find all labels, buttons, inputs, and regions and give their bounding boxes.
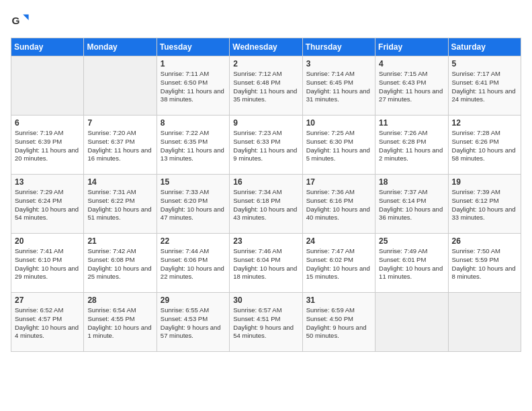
calendar-cell: 3Sunrise: 7:14 AM Sunset: 6:45 PM Daylig… (302, 56, 375, 116)
day-info: Sunrise: 7:12 AM Sunset: 6:48 PM Dayligh… (233, 70, 298, 104)
calendar-cell: 6Sunrise: 7:19 AM Sunset: 6:39 PM Daylig… (11, 116, 84, 175)
day-info: Sunrise: 7:20 AM Sunset: 6:37 PM Dayligh… (87, 129, 152, 163)
calendar-cell: 18Sunrise: 7:37 AM Sunset: 6:14 PM Dayli… (375, 175, 448, 234)
calendar-cell: 5Sunrise: 7:17 AM Sunset: 6:41 PM Daylig… (448, 56, 521, 116)
day-number: 5 (452, 59, 517, 68)
day-number: 27 (15, 295, 80, 305)
day-info: Sunrise: 7:34 AM Sunset: 6:18 PM Dayligh… (233, 188, 298, 222)
day-number: 13 (15, 177, 80, 187)
day-number: 28 (87, 295, 152, 305)
day-info: Sunrise: 7:47 AM Sunset: 6:02 PM Dayligh… (306, 247, 371, 281)
logo: G (11, 11, 32, 30)
calendar-header-friday: Friday (375, 38, 448, 56)
day-number: 3 (306, 59, 371, 68)
calendar-cell: 14Sunrise: 7:31 AM Sunset: 6:22 PM Dayli… (84, 175, 157, 234)
calendar-cell: 16Sunrise: 7:34 AM Sunset: 6:18 PM Dayli… (230, 175, 302, 234)
calendar-cell: 19Sunrise: 7:39 AM Sunset: 6:12 PM Dayli… (448, 175, 521, 234)
calendar-cell: 8Sunrise: 7:22 AM Sunset: 6:35 PM Daylig… (157, 116, 229, 175)
calendar-cell: 31Sunrise: 6:59 AM Sunset: 4:50 PM Dayli… (302, 293, 375, 352)
calendar-cell: 7Sunrise: 7:20 AM Sunset: 6:37 PM Daylig… (84, 116, 157, 175)
day-info: Sunrise: 7:28 AM Sunset: 6:26 PM Dayligh… (452, 129, 517, 163)
day-number: 8 (161, 118, 226, 128)
day-info: Sunrise: 6:59 AM Sunset: 4:50 PM Dayligh… (306, 306, 371, 340)
day-info: Sunrise: 7:36 AM Sunset: 6:16 PM Dayligh… (306, 188, 371, 222)
calendar-cell: 27Sunrise: 6:52 AM Sunset: 4:57 PM Dayli… (11, 293, 84, 352)
day-info: Sunrise: 7:49 AM Sunset: 6:01 PM Dayligh… (379, 247, 444, 281)
day-info: Sunrise: 6:54 AM Sunset: 4:55 PM Dayligh… (87, 306, 152, 340)
day-info: Sunrise: 6:52 AM Sunset: 4:57 PM Dayligh… (15, 306, 80, 340)
calendar-cell: 15Sunrise: 7:33 AM Sunset: 6:20 PM Dayli… (157, 175, 229, 234)
calendar-cell: 10Sunrise: 7:25 AM Sunset: 6:30 PM Dayli… (302, 116, 375, 175)
calendar-header-thursday: Thursday (302, 38, 375, 56)
calendar-cell: 28Sunrise: 6:54 AM Sunset: 4:55 PM Dayli… (84, 293, 157, 352)
logo-icon: G (11, 11, 30, 30)
svg-text:G: G (11, 15, 19, 26)
day-number: 26 (452, 236, 517, 246)
calendar-cell (448, 293, 521, 352)
calendar-cell: 20Sunrise: 7:41 AM Sunset: 6:10 PM Dayli… (11, 234, 84, 293)
day-number: 2 (233, 59, 298, 68)
day-number: 12 (452, 118, 517, 128)
calendar-cell (375, 293, 448, 352)
calendar-header-wednesday: Wednesday (230, 38, 302, 56)
day-info: Sunrise: 7:37 AM Sunset: 6:14 PM Dayligh… (379, 188, 444, 222)
day-info: Sunrise: 7:11 AM Sunset: 6:50 PM Dayligh… (161, 70, 226, 104)
day-info: Sunrise: 6:57 AM Sunset: 4:51 PM Dayligh… (233, 306, 298, 340)
day-info: Sunrise: 7:23 AM Sunset: 6:33 PM Dayligh… (233, 129, 298, 163)
day-number: 29 (161, 295, 226, 305)
page-header: G (11, 11, 521, 30)
day-number: 9 (233, 118, 298, 128)
calendar-week-4: 20Sunrise: 7:41 AM Sunset: 6:10 PM Dayli… (11, 234, 521, 293)
calendar-cell: 24Sunrise: 7:47 AM Sunset: 6:02 PM Dayli… (302, 234, 375, 293)
day-info: Sunrise: 7:14 AM Sunset: 6:45 PM Dayligh… (306, 70, 371, 104)
calendar: SundayMondayTuesdayWednesdayThursdayFrid… (11, 38, 521, 352)
calendar-cell: 26Sunrise: 7:50 AM Sunset: 5:59 PM Dayli… (448, 234, 521, 293)
calendar-cell: 23Sunrise: 7:46 AM Sunset: 6:04 PM Dayli… (230, 234, 302, 293)
day-info: Sunrise: 7:22 AM Sunset: 6:35 PM Dayligh… (161, 129, 226, 163)
day-number: 4 (379, 59, 444, 68)
day-info: Sunrise: 7:19 AM Sunset: 6:39 PM Dayligh… (15, 129, 80, 163)
day-number: 20 (15, 236, 80, 246)
day-number: 25 (379, 236, 444, 246)
calendar-cell: 22Sunrise: 7:44 AM Sunset: 6:06 PM Dayli… (157, 234, 229, 293)
day-info: Sunrise: 7:15 AM Sunset: 6:43 PM Dayligh… (379, 70, 444, 104)
day-number: 23 (233, 236, 298, 246)
day-number: 6 (15, 118, 80, 128)
day-number: 7 (87, 118, 152, 128)
day-number: 30 (233, 295, 298, 305)
calendar-week-1: 1Sunrise: 7:11 AM Sunset: 6:50 PM Daylig… (11, 56, 521, 116)
day-number: 17 (306, 177, 371, 187)
day-info: Sunrise: 7:26 AM Sunset: 6:28 PM Dayligh… (379, 129, 444, 163)
calendar-week-5: 27Sunrise: 6:52 AM Sunset: 4:57 PM Dayli… (11, 293, 521, 352)
day-number: 24 (306, 236, 371, 246)
day-number: 31 (306, 295, 371, 305)
day-info: Sunrise: 7:41 AM Sunset: 6:10 PM Dayligh… (15, 247, 80, 281)
day-number: 19 (452, 177, 517, 187)
day-number: 15 (161, 177, 226, 187)
day-number: 18 (379, 177, 444, 187)
day-info: Sunrise: 7:50 AM Sunset: 5:59 PM Dayligh… (452, 247, 517, 281)
day-number: 1 (161, 59, 226, 68)
calendar-header-saturday: Saturday (448, 38, 521, 56)
calendar-week-2: 6Sunrise: 7:19 AM Sunset: 6:39 PM Daylig… (11, 116, 521, 175)
calendar-cell: 4Sunrise: 7:15 AM Sunset: 6:43 PM Daylig… (375, 56, 448, 116)
calendar-cell: 9Sunrise: 7:23 AM Sunset: 6:33 PM Daylig… (230, 116, 302, 175)
day-number: 14 (87, 177, 152, 187)
day-info: Sunrise: 7:44 AM Sunset: 6:06 PM Dayligh… (161, 247, 226, 281)
calendar-cell: 12Sunrise: 7:28 AM Sunset: 6:26 PM Dayli… (448, 116, 521, 175)
day-number: 22 (161, 236, 226, 246)
calendar-header-sunday: Sunday (11, 38, 84, 56)
svg-marker-1 (23, 15, 28, 20)
day-info: Sunrise: 7:17 AM Sunset: 6:41 PM Dayligh… (452, 70, 517, 104)
calendar-cell: 17Sunrise: 7:36 AM Sunset: 6:16 PM Dayli… (302, 175, 375, 234)
calendar-cell (11, 56, 84, 116)
calendar-header-row: SundayMondayTuesdayWednesdayThursdayFrid… (11, 38, 521, 56)
day-info: Sunrise: 7:39 AM Sunset: 6:12 PM Dayligh… (452, 188, 517, 222)
calendar-cell (84, 56, 157, 116)
calendar-cell: 29Sunrise: 6:55 AM Sunset: 4:53 PM Dayli… (157, 293, 229, 352)
day-number: 10 (306, 118, 371, 128)
calendar-header-tuesday: Tuesday (157, 38, 229, 56)
calendar-cell: 2Sunrise: 7:12 AM Sunset: 6:48 PM Daylig… (230, 56, 302, 116)
calendar-cell: 1Sunrise: 7:11 AM Sunset: 6:50 PM Daylig… (157, 56, 229, 116)
day-number: 11 (379, 118, 444, 128)
